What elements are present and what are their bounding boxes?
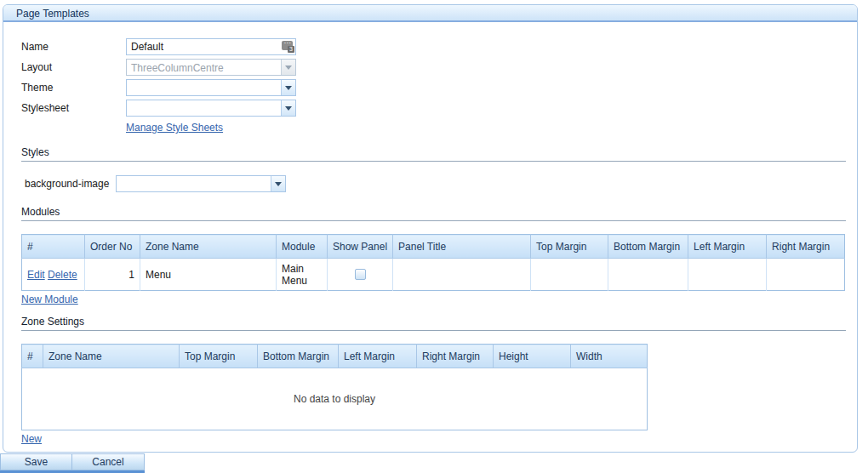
background-image-row: background-image	[21, 175, 847, 192]
chevron-down-icon	[275, 182, 282, 186]
chevron-down-icon	[285, 106, 292, 111]
left-margin-cell	[688, 259, 767, 291]
zones-col-height: Height	[494, 345, 571, 368]
new-module-link[interactable]: New Module	[21, 293, 78, 305]
zones-col-left-margin: Left Margin	[339, 345, 417, 368]
chevron-down-icon	[285, 66, 292, 70]
right-margin-cell	[767, 259, 845, 291]
panel-title: Page Templates	[3, 5, 857, 22]
name-label: Name	[21, 38, 126, 55]
theme-combo-value[interactable]	[127, 80, 281, 95]
top-margin-cell	[531, 259, 608, 291]
modules-col-order-no: Order No	[85, 235, 140, 259]
theme-combo-dropdown-button[interactable]	[281, 80, 295, 95]
modules-col-module: Module	[277, 235, 328, 259]
delete-link[interactable]: Delete	[48, 269, 77, 281]
cancel-button[interactable]: Cancel	[71, 453, 145, 470]
modules-col-bottom-margin: Bottom Margin	[608, 235, 688, 259]
layout-combo-dropdown-button	[281, 60, 295, 75]
module-cell: Main Menu	[277, 259, 328, 291]
modules-col-zone-name: Zone Name	[140, 235, 277, 259]
modules-col-top-margin: Top Margin	[531, 235, 608, 259]
modules-col-right-margin: Right Margin	[767, 235, 845, 259]
page-templates-panel: Page Templates Name ⋯3 Layout ThreeColum…	[3, 4, 858, 453]
name-input[interactable]	[126, 38, 296, 55]
modules-header-row: # Order No Zone Name Module Show Panel P…	[22, 235, 845, 259]
zones-col-right-margin: Right Margin	[417, 345, 494, 368]
name-row: Name ⋯3	[21, 38, 847, 55]
theme-label: Theme	[21, 79, 126, 96]
background-image-combo-value[interactable]	[117, 176, 271, 191]
row-actions-cell: Edit Delete	[22, 259, 85, 291]
stylesheet-combo-value[interactable]	[127, 100, 281, 116]
manage-style-sheets-link[interactable]: Manage Style Sheets	[126, 122, 223, 134]
localization-icon[interactable]: ⋯3	[282, 41, 293, 50]
bottom-margin-cell	[608, 259, 688, 291]
zone-settings-header-row: # Zone Name Top Margin Bottom Margin Lef…	[22, 345, 648, 368]
background-image-combo-dropdown-button[interactable]	[271, 176, 285, 191]
modules-col-hash: #	[22, 235, 85, 259]
panel-title-cell	[393, 259, 531, 291]
zone-name-cell: Menu	[140, 259, 277, 291]
theme-combo[interactable]	[126, 79, 296, 96]
modules-section-heading: Modules	[21, 206, 846, 221]
new-zone-setting-link[interactable]: New	[21, 433, 42, 445]
styles-section-heading: Styles	[21, 146, 846, 162]
background-image-combo[interactable]	[116, 175, 286, 192]
stylesheet-combo[interactable]	[126, 100, 296, 117]
chevron-down-icon	[285, 86, 292, 90]
layout-combo-value: ThreeColumnCentre	[127, 60, 281, 75]
stylesheet-combo-dropdown-button[interactable]	[281, 100, 295, 116]
modules-col-left-margin: Left Margin	[688, 235, 767, 259]
zones-col-bottom-margin: Bottom Margin	[258, 345, 339, 368]
modules-table: # Order No Zone Name Module Show Panel P…	[21, 234, 845, 291]
order-no-cell: 1	[85, 259, 140, 291]
theme-row: Theme	[21, 79, 847, 96]
stylesheet-label: Stylesheet	[21, 100, 126, 117]
name-field-wrap: ⋯3	[126, 38, 296, 55]
panel-content: Name ⋯3 Layout ThreeColumnCentre Theme	[3, 22, 857, 445]
modules-col-show-panel: Show Panel	[328, 235, 393, 259]
background-image-label: background-image	[25, 175, 116, 192]
zones-col-hash: #	[22, 345, 43, 368]
zones-col-width: Width	[571, 345, 648, 368]
footer-toolbar: Save Cancel	[0, 453, 145, 473]
show-panel-cell	[328, 259, 393, 291]
no-data-message: No data to display	[22, 368, 648, 430]
layout-label: Layout	[21, 59, 126, 76]
show-panel-checkbox[interactable]	[355, 269, 366, 280]
modules-col-panel-title: Panel Title	[393, 235, 531, 259]
empty-data-row: No data to display	[22, 368, 648, 430]
stylesheet-row: Stylesheet	[21, 100, 847, 117]
zones-col-zone-name: Zone Name	[43, 345, 180, 368]
zones-col-top-margin: Top Margin	[180, 345, 258, 368]
layout-combo: ThreeColumnCentre	[126, 59, 296, 76]
save-button[interactable]: Save	[0, 453, 72, 470]
zone-settings-section-heading: Zone Settings	[21, 316, 846, 331]
layout-row: Layout ThreeColumnCentre	[21, 59, 847, 76]
edit-link[interactable]: Edit	[27, 269, 45, 281]
zone-settings-table: # Zone Name Top Margin Bottom Margin Lef…	[21, 344, 648, 430]
table-row: Edit Delete 1 Menu Main Menu	[22, 259, 845, 291]
